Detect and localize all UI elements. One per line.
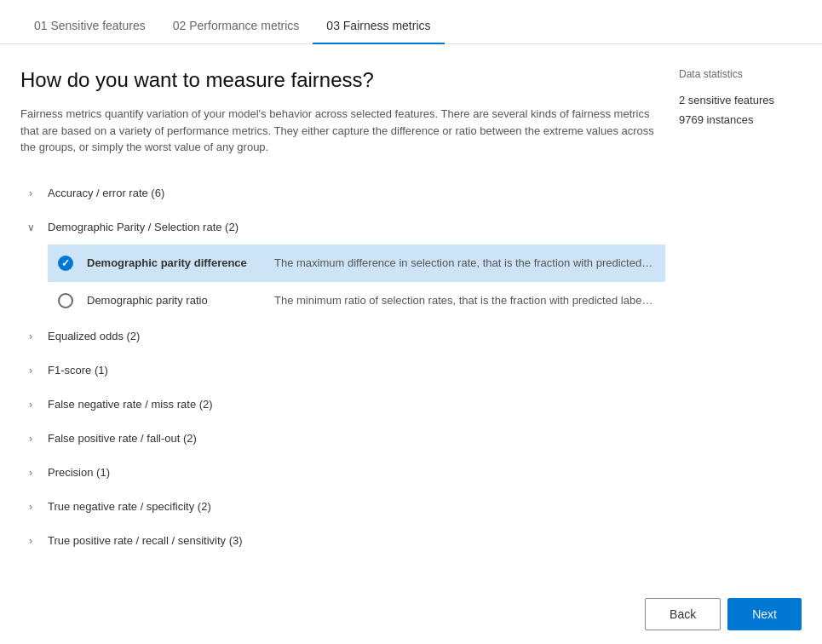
accordion-false-neg: › False negative rate / miss rate (2): [20, 388, 665, 422]
next-button-label: Next: [752, 607, 777, 621]
accordion-accuracy: › Accuracy / error rate (6): [20, 176, 665, 210]
metric-row-selected[interactable]: Demographic parity difference The maximu…: [48, 244, 665, 282]
accordion-label: False positive rate / fall-out (2): [48, 432, 197, 445]
tab-sensitive-features[interactable]: 01 Sensitive features: [20, 9, 159, 44]
tab-label: 03 Fairness metrics: [326, 19, 430, 32]
tab-fairness-metrics[interactable]: 03 Fairness metrics: [313, 9, 444, 44]
chevron-right-icon: ›: [20, 183, 41, 204]
accordion-label: False negative rate / miss rate (2): [48, 398, 213, 411]
accordion-label: F1-score (1): [48, 364, 108, 377]
accordion-false-pos-header[interactable]: › False positive rate / fall-out (2): [20, 422, 665, 456]
sidebar-stat-instances: 9769 instances: [679, 110, 802, 129]
chevron-right-icon: ›: [20, 326, 41, 347]
accordion-true-pos-header[interactable]: › True positive rate / recall / sensitiv…: [20, 524, 665, 558]
accordion-label: Equalized odds (2): [48, 330, 140, 342]
metric-description: The maximum difference in selection rate…: [274, 256, 655, 269]
accordion-label: Precision (1): [48, 466, 110, 479]
accordion-precision-header[interactable]: › Precision (1): [20, 456, 665, 490]
accordion-true-pos: › True positive rate / recall / sensitiv…: [20, 524, 665, 558]
page-title: How do you want to measure fairness?: [20, 68, 665, 92]
metric-description: The minimum ratio of selection rates, th…: [274, 294, 655, 307]
sidebar-stat-features: 2 sensitive features: [679, 90, 802, 110]
accordion-true-neg: › True negative rate / specificity (2): [20, 490, 665, 524]
content-area: How do you want to measure fairness? Fai…: [20, 68, 665, 630]
chevron-right-icon: ›: [20, 360, 41, 381]
accordion-f1score-header[interactable]: › F1-score (1): [20, 354, 665, 388]
back-button[interactable]: Back: [645, 598, 721, 630]
chevron-right-icon: ›: [20, 497, 41, 517]
tab-label: 01 Sensitive features: [34, 19, 146, 32]
accordion-accuracy-header[interactable]: › Accuracy / error rate (6): [20, 176, 665, 210]
metric-row-unselected[interactable]: Demographic parity ratio The minimum rat…: [48, 282, 665, 319]
accordion-true-neg-header[interactable]: › True negative rate / specificity (2): [20, 490, 665, 524]
accordion-precision: › Precision (1): [20, 456, 665, 490]
chevron-down-icon: ∨: [20, 217, 41, 238]
accordion-label: True negative rate / specificity (2): [48, 500, 211, 513]
accordion-label: Accuracy / error rate (6): [48, 187, 164, 199]
accordion: › Accuracy / error rate (6) ∨ Demographi…: [20, 176, 665, 558]
sidebar-label: Data statistics: [679, 68, 802, 80]
page-description: Fairness metrics quantify variation of y…: [20, 106, 659, 156]
footer: Back Next: [624, 584, 822, 644]
tab-label: 02 Performance metrics: [173, 19, 300, 32]
chevron-right-icon: ›: [20, 531, 41, 551]
chevron-right-icon: ›: [20, 394, 41, 415]
metric-name: Demographic parity difference: [87, 256, 274, 269]
accordion-false-pos: › False positive rate / fall-out (2): [20, 422, 665, 456]
back-button-label: Back: [670, 607, 696, 621]
chevron-right-icon: ›: [20, 428, 41, 449]
main-layout: How do you want to measure fairness? Fai…: [0, 44, 822, 644]
accordion-f1score: › F1-score (1): [20, 354, 665, 388]
accordion-equalized-header[interactable]: › Equalized odds (2): [20, 319, 665, 354]
accordion-false-neg-header[interactable]: › False negative rate / miss rate (2): [20, 388, 665, 422]
tab-performance-metrics[interactable]: 02 Performance metrics: [159, 9, 313, 44]
metric-name: Demographic parity ratio: [87, 294, 274, 307]
radio-unchecked-icon[interactable]: [58, 293, 73, 308]
accordion-demographic: ∨ Demographic Parity / Selection rate (2…: [20, 210, 665, 319]
tabs-container: 01 Sensitive features 02 Performance met…: [0, 0, 822, 44]
next-button[interactable]: Next: [727, 598, 802, 630]
accordion-equalized: › Equalized odds (2): [20, 319, 665, 354]
radio-checked-icon[interactable]: [58, 256, 73, 271]
accordion-label: Demographic Parity / Selection rate (2): [48, 221, 239, 233]
expanded-section: Demographic parity difference The maximu…: [48, 244, 665, 319]
accordion-demographic-header[interactable]: ∨ Demographic Parity / Selection rate (2…: [20, 210, 665, 244]
chevron-right-icon: ›: [20, 463, 41, 483]
accordion-label: True positive rate / recall / sensitivit…: [48, 534, 243, 547]
sidebar: Data statistics 2 sensitive features 976…: [665, 68, 802, 630]
